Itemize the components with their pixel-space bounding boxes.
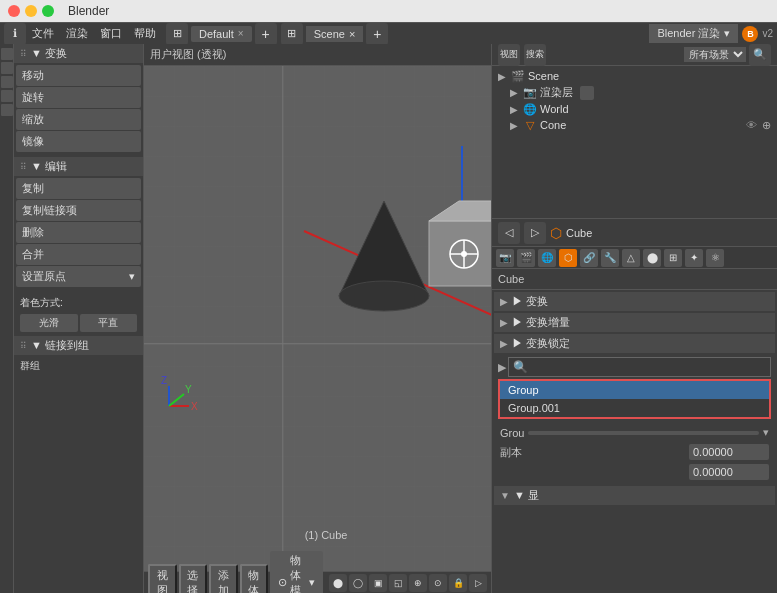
blender-logo: B <box>742 26 758 42</box>
tree-item-renderlayer[interactable]: ▶ 📷 渲染层 <box>494 84 775 101</box>
cube-icon: ⬡ <box>550 225 562 241</box>
svg-text:Z: Z <box>161 375 167 386</box>
delete-button[interactable]: 删除 <box>16 222 141 243</box>
scene-filter[interactable]: 所有场景 <box>684 47 746 62</box>
tree-item-scene[interactable]: ▶ 🎬 Scene <box>494 68 775 84</box>
search-row: ▶ 🔍 <box>494 355 775 379</box>
minimize-button[interactable] <box>25 5 37 17</box>
section-transform-lock[interactable]: ▶ ▶ 变换锁定 <box>494 334 775 353</box>
close-scene-icon[interactable]: × <box>349 28 355 40</box>
menu-help[interactable]: 帮助 <box>128 24 162 43</box>
properties-panel: ◁ ▷ ⬡ Cube 📷 🎬 🌐 ⬡ 🔗 🔧 △ ⬤ ⊞ ✦ ⚛ <box>492 219 777 593</box>
chain-header[interactable]: ⠿ ▼ 链接到组 <box>14 336 143 355</box>
section-bottom[interactable]: ▼ ▼ 显 <box>494 486 775 505</box>
render-engine-selector[interactable]: Blender 渲染 ▾ <box>649 24 738 43</box>
viewport[interactable]: 用户视图 (透视) <box>144 44 492 593</box>
world-props-icon[interactable]: 🌐 <box>538 249 556 267</box>
group-field-label: Grou <box>500 427 524 439</box>
eye-icon[interactable]: 👁 <box>746 119 757 131</box>
color-section: 着色方式: 光滑 平直 <box>14 292 143 336</box>
value-field[interactable] <box>689 464 769 480</box>
group-value[interactable] <box>528 431 759 435</box>
viewport-canvas[interactable]: X Z Y (1) Cube <box>144 66 491 571</box>
viewport-option-1[interactable]: ⬤ <box>329 574 347 592</box>
viewport-render[interactable]: ▷ <box>469 574 487 592</box>
set-origin-button[interactable]: 设置原点 ▾ <box>16 266 141 287</box>
edit-header[interactable]: ⠿ ▼ 编辑 <box>14 157 143 176</box>
mirror-button[interactable]: 镜像 <box>16 131 141 152</box>
view-button[interactable]: 视图 <box>148 564 177 594</box>
merge-button[interactable]: 合并 <box>16 244 141 265</box>
workspace-tab-default[interactable]: Default × <box>191 26 252 42</box>
scale-button[interactable]: 缩放 <box>16 109 141 130</box>
viewport-snap[interactable]: ⊕ <box>409 574 427 592</box>
section-transform-delta[interactable]: ▶ ▶ 变换增量 <box>494 313 775 332</box>
physics-props-icon[interactable]: ⚛ <box>706 249 724 267</box>
smooth-button[interactable]: 光滑 <box>20 314 78 332</box>
dropdown-item-group[interactable]: Group <box>500 381 769 399</box>
tool-icon-3[interactable] <box>1 76 13 88</box>
scene-props-icon[interactable]: 🎬 <box>517 249 535 267</box>
menu-render[interactable]: 渲染 <box>60 24 94 43</box>
view-tab[interactable]: 视图 <box>498 44 520 66</box>
flat-button[interactable]: 平直 <box>80 314 138 332</box>
workspace-grid-icon[interactable]: ⊞ <box>166 23 188 45</box>
search-icon: 🔍 <box>513 360 528 374</box>
props-back-button[interactable]: ◁ <box>498 222 520 244</box>
data-props-icon[interactable]: △ <box>622 249 640 267</box>
maximize-button[interactable] <box>42 5 54 17</box>
render-props-icon[interactable]: 📷 <box>496 249 514 267</box>
cursor-icon[interactable]: ⊕ <box>762 119 771 132</box>
viewport-option-2[interactable]: ◯ <box>349 574 367 592</box>
texture-props-icon[interactable]: ⊞ <box>664 249 682 267</box>
viewport-footer: 视图 选择 添加 物体 ⊙ 物体模式 ▾ ⬤ ◯ ▣ ◱ ⊕ ⊙ 🔒 ▷ <box>144 571 491 593</box>
add-scene-button[interactable]: + <box>366 23 388 45</box>
search-outliner-button[interactable]: 🔍 <box>749 44 771 66</box>
props-sections: ▶ ▶ 变换 ▶ ▶ 变换增量 ▶ ▶ 变换锁定 ▶ 🔍 <box>492 290 777 509</box>
close-button[interactable] <box>8 5 20 17</box>
scene-icon: 🎬 <box>511 69 525 83</box>
constraint-props-icon[interactable]: 🔗 <box>580 249 598 267</box>
copy-link-button[interactable]: 复制链接项 <box>16 200 141 221</box>
info-button[interactable]: ℹ <box>4 23 26 45</box>
modifier-props-icon[interactable]: 🔧 <box>601 249 619 267</box>
tool-icon-1[interactable] <box>1 48 13 60</box>
object-button[interactable]: 物体 <box>240 564 269 594</box>
menu-file[interactable]: 文件 <box>26 24 60 43</box>
copy-button[interactable]: 复制 <box>16 178 141 199</box>
material-props-icon[interactable]: ⬤ <box>643 249 661 267</box>
tool-icon-2[interactable] <box>1 62 13 74</box>
group-search-input[interactable] <box>532 361 766 373</box>
viewport-shading-1[interactable]: ▣ <box>369 574 387 592</box>
select-button[interactable]: 选择 <box>179 564 208 594</box>
tool-icon-4[interactable] <box>1 90 13 102</box>
expand-arrow: ▶ <box>498 361 506 374</box>
move-button[interactable]: 移动 <box>16 65 141 86</box>
viewport-shading-2[interactable]: ◱ <box>389 574 407 592</box>
add-button[interactable]: 添加 <box>209 564 238 594</box>
dropdown-item-group-001[interactable]: Group.001 <box>500 399 769 417</box>
section-transform[interactable]: ▶ ▶ 变换 <box>494 292 775 311</box>
dupe-label: 副本 <box>500 445 522 460</box>
close-workspace-icon[interactable]: × <box>238 28 244 39</box>
props-forward-button[interactable]: ▷ <box>524 222 546 244</box>
transform-header[interactable]: ⠿ ▼ 变换 <box>14 44 143 63</box>
dupe-value[interactable] <box>689 444 769 460</box>
search-tab[interactable]: 搜索 <box>524 44 546 66</box>
object-props-icon[interactable]: ⬡ <box>559 249 577 267</box>
particle-props-icon[interactable]: ✦ <box>685 249 703 267</box>
tree-item-world[interactable]: ▶ 🌐 World <box>494 101 775 117</box>
group-dropdown-icon[interactable]: ▾ <box>763 426 769 439</box>
viewport-lock[interactable]: 🔒 <box>449 574 467 592</box>
group-row: Grou ▾ <box>494 423 775 442</box>
add-workspace-button[interactable]: + <box>255 23 277 45</box>
tool-icon-5[interactable] <box>1 104 13 116</box>
scene-grid-icon[interactable]: ⊞ <box>281 23 303 45</box>
rotate-button[interactable]: 旋转 <box>16 87 141 108</box>
viewport-proportional[interactable]: ⊙ <box>429 574 447 592</box>
mode-selector[interactable]: ⊙ 物体模式 ▾ <box>270 551 323 594</box>
menu-window[interactable]: 窗口 <box>94 24 128 43</box>
scene-tab[interactable]: Scene × <box>306 26 364 42</box>
tree-item-cone[interactable]: ▶ ▽ Cone 👁 ⊕ <box>494 117 775 133</box>
search-field[interactable]: 🔍 <box>508 357 771 377</box>
